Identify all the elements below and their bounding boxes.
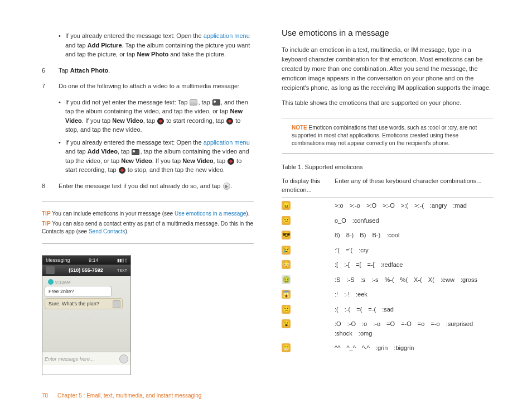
- video-icon: [132, 149, 139, 155]
- table-header: To display this emoticon... Enter any of…: [282, 174, 494, 198]
- emoticon-combos: :[ :-[ =[ =-[ :redface: [335, 260, 494, 270]
- emoticon-combos: :( :-( =( =-( :sad: [335, 305, 494, 314]
- bullet-dot: •: [59, 98, 65, 135]
- text: , tap: [143, 117, 157, 124]
- page-footer: 78 Chapter 5 : Email, text, multimedia, …: [42, 392, 201, 399]
- status-time: 9:14: [89, 257, 99, 263]
- status-app-name: Messaging: [46, 257, 70, 263]
- table-caption: Table 1. Supported emoticons: [282, 164, 494, 170]
- link-use-emoticons[interactable]: Use emoticons in a message: [175, 210, 246, 217]
- text: , tap: [118, 148, 131, 155]
- bold-attach-photo: Attach Photo: [70, 67, 108, 74]
- send-icon: [223, 183, 230, 190]
- text: Enter the message text if you did not al…: [59, 183, 223, 189]
- compose-icon: [190, 99, 197, 106]
- phone-conversation-header: (510) 555-7592 TEXT: [42, 265, 130, 276]
- emoticon-icon: 😠: [282, 201, 291, 210]
- text: . If you tap: [82, 117, 112, 124]
- emoticon-icon: 😱: [282, 290, 291, 299]
- emoticon-icon: 🙁: [282, 305, 291, 314]
- bullet-dot: •: [59, 31, 65, 59]
- bullet-existing-text-picture: • If you already entered the message tex…: [59, 31, 254, 59]
- table-row: 😳:[ :-[ =[ =-[ :redface: [282, 257, 494, 272]
- bold-add-video: Add Video: [88, 148, 118, 155]
- text: . If you tap: [152, 157, 182, 164]
- note-block: NOTE Emoticon combinations that use word…: [282, 118, 494, 154]
- page-number: 78: [42, 392, 48, 399]
- emoticon-combos: :'( ='( :cry: [335, 246, 494, 255]
- phone-conversation-body: 9:13AM Free 2nite? Sure. What's the plan…: [42, 276, 130, 365]
- table-row: 😮:O :-O :o :-o =O =-O =o =-o :surprised …: [282, 317, 494, 341]
- phone-message-input: Enter message here...: [42, 352, 130, 365]
- text: , tap: [214, 157, 227, 164]
- link-application-menu[interactable]: application menu: [204, 139, 250, 146]
- text: .: [231, 183, 233, 189]
- link-application-menu[interactable]: application menu: [204, 32, 250, 39]
- record-icon: [228, 158, 234, 165]
- paragraph: This table shows the emoticons that are …: [282, 98, 494, 108]
- step-7: 7 Do one of the following to attach a vi…: [42, 82, 254, 91]
- text: , tap: [198, 99, 211, 106]
- step-number: 7: [42, 82, 59, 91]
- bold-new-video: New Video: [112, 117, 143, 124]
- table-row: 😢:'( ='( :cry: [282, 243, 494, 258]
- text: to stop, and then tap the new video.: [126, 166, 225, 173]
- section-title: Use emoticons in a message: [282, 28, 494, 37]
- tip-label: TIP: [42, 221, 51, 227]
- bold-add-picture: Add Picture: [88, 42, 122, 49]
- chapter-title: Chapter 5 : Email, text, multimedia, and…: [57, 392, 201, 399]
- emoticon-combos: o_O :confused: [335, 216, 494, 226]
- table-header-emoticon: To display this emoticon...: [282, 177, 335, 194]
- text: If you already entered the message text:…: [65, 139, 204, 146]
- emoticon-icon: 😕: [282, 216, 291, 225]
- phone-screenshot: Messaging 9:14 ▮▮▯ ▯ (510) 555-7592 TEXT…: [42, 255, 131, 375]
- text: to start recording, tap: [165, 117, 226, 124]
- stop-icon: [119, 167, 125, 174]
- step-6: 6 Tap Attach Photo.: [42, 66, 254, 75]
- table-row: 🙁:( :-( =( =-( :sad: [282, 302, 494, 317]
- emoticon-icon: 😳: [282, 260, 291, 269]
- bold-new-video: New Video: [182, 157, 213, 164]
- tip-label: TIP: [42, 210, 51, 217]
- emoticon-icon: 😮: [282, 319, 291, 328]
- text: You can include emoticons in your messag…: [51, 210, 175, 217]
- table-row: 😕o_O :confused: [282, 213, 494, 228]
- stop-icon: [226, 118, 233, 124]
- text: and take the picture.: [168, 51, 226, 58]
- bullet-no-text-video: • If you did not yet enter the message t…: [59, 98, 254, 135]
- text: .: [108, 67, 110, 74]
- emoticon-icon: 😁: [282, 343, 291, 352]
- step-text: Do one of the following to attach a vide…: [59, 82, 254, 91]
- signal-icon: ▮▮▯ ▯: [117, 258, 127, 263]
- bullet-existing-text-video: • If you already entered the message tex…: [59, 138, 254, 175]
- incoming-message: Free 2nite?: [45, 286, 112, 297]
- paragraph: To include an emoticon in a text, multim…: [282, 45, 494, 93]
- note-label: NOTE: [292, 124, 307, 131]
- note-text: Emoticon combinations that use words, su…: [292, 124, 477, 146]
- text: You can also send a contact entry as par…: [42, 221, 253, 234]
- text: and tap: [65, 42, 88, 49]
- phone-number: (510) 555-7592: [69, 267, 103, 273]
- step-number: 6: [42, 66, 59, 75]
- step-number: 8: [42, 181, 59, 191]
- tip-block: TIP You can include emoticons in your me…: [42, 202, 254, 244]
- table-row: 🤢:S :-S :s :-s %-( %( X-( X( :eww :gross: [282, 272, 494, 288]
- link-send-contacts[interactable]: Send Contacts: [89, 228, 125, 234]
- emoticon-icon: 😎: [282, 231, 291, 239]
- text: If you did not yet enter the message tex…: [65, 99, 189, 106]
- text-button: TEXT: [117, 269, 127, 272]
- step-8: 8 Enter the message text if you did not …: [42, 181, 254, 191]
- emoticon-combos: 8) 8-) B) B-) :cool: [335, 231, 494, 240]
- text: ).: [246, 210, 249, 217]
- table-header-combos: Enter any of these keyboard character co…: [335, 177, 494, 194]
- table-row: 😱:! :-! :eek: [282, 287, 494, 302]
- record-icon: [157, 118, 164, 124]
- video-icon: [212, 99, 220, 106]
- text: and tap: [65, 148, 88, 155]
- right-column: Use emoticons in a message To include an…: [282, 28, 494, 375]
- left-column: • If you already entered the message tex…: [42, 28, 254, 375]
- timestamp: 9:13AM: [48, 279, 128, 285]
- table-row: 😁^^ ^_^ ^-^ :grin :biggrin: [282, 341, 494, 356]
- bullet-dot: •: [59, 138, 65, 175]
- emoticon-combos: :! :-! :eek: [335, 290, 494, 299]
